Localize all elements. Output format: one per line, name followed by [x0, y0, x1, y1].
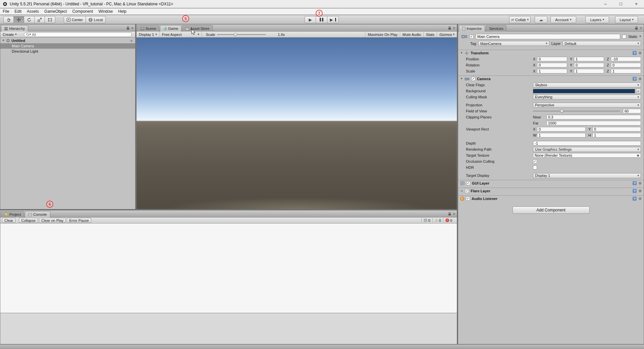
collapse-toggle[interactable]: Collapse — [19, 218, 38, 223]
help-icon[interactable]: ? — [633, 197, 637, 201]
position-y-field[interactable]: 1 — [574, 57, 604, 61]
static-dropdown-icon[interactable]: ▾ — [639, 35, 641, 38]
fov-field[interactable]: 60 — [623, 109, 641, 113]
scale-x-field[interactable]: 1 — [537, 69, 567, 73]
audio-listener-header[interactable]: ✓ Audio Listener ? ⚙ — [458, 195, 644, 202]
tab-scene[interactable]: Scene — [137, 25, 159, 32]
panel-menu-icon[interactable]: ≡ — [131, 26, 133, 30]
flare-layer-header[interactable]: ✳ ✓ Flare Layer ? ⚙ — [458, 188, 644, 194]
gui-layer-header[interactable]: ✓ GUI Layer ? ⚙ — [458, 180, 644, 186]
info-count-toggle[interactable]: i 0 — [421, 218, 432, 223]
tab-asset-store[interactable]: Asset Store — [182, 25, 213, 32]
camera-header[interactable]: ▼ ✓ Camera ? ⚙ — [458, 76, 644, 82]
menu-assets[interactable]: Assets — [24, 8, 42, 14]
add-component-button[interactable]: Add Component — [513, 206, 590, 214]
rendering-path-dropdown[interactable]: Use Graphics Settings ▾ — [533, 147, 641, 152]
tab-project[interactable]: Project — [1, 211, 24, 217]
depth-field[interactable]: -1 — [533, 141, 641, 146]
fov-slider-handle[interactable] — [560, 109, 564, 113]
flare-layer-checkbox[interactable]: ✓ — [465, 189, 469, 193]
clear-button[interactable]: Clear — [2, 218, 15, 223]
error-pause-toggle[interactable]: Error Pause — [67, 218, 91, 223]
scale-tool-button[interactable] — [35, 16, 45, 23]
help-icon[interactable]: ? — [633, 51, 637, 55]
static-checkbox[interactable] — [622, 35, 626, 39]
near-field[interactable]: 0.3 — [546, 115, 641, 119]
foldout-open-icon[interactable]: ▼ — [2, 39, 5, 42]
console-log-list[interactable] — [0, 223, 457, 313]
hierarchy-search-input[interactable]: ▾ All — [24, 32, 132, 37]
pause-button[interactable] — [316, 16, 327, 23]
tab-console[interactable]: Console — [25, 211, 50, 217]
scene-row[interactable]: ▼ Untitled ≡ — [0, 38, 135, 43]
hand-tool-button[interactable] — [3, 16, 14, 23]
menu-gameobject[interactable]: GameObject — [42, 8, 69, 14]
layout-button[interactable]: Layout ▾ — [615, 16, 638, 23]
scale-y-field[interactable]: 1 — [574, 69, 604, 73]
clear-on-play-toggle[interactable]: Clear on Play — [39, 218, 66, 223]
eyedropper-button[interactable] — [636, 89, 641, 94]
hierarchy-item-directional-light[interactable]: Directional Light — [0, 49, 135, 54]
far-field[interactable]: 1000 — [546, 121, 641, 126]
culling-mask-dropdown[interactable]: Everything ▾ — [533, 95, 641, 100]
occlusion-checkbox[interactable]: ✓ — [533, 159, 537, 163]
pivot-toggle-button[interactable]: Center — [64, 16, 86, 23]
object-enabled-checkbox[interactable]: ✓ — [470, 35, 474, 39]
lock-icon[interactable] — [126, 26, 129, 30]
transform-header[interactable]: ▼ Transform ? ⚙ — [458, 50, 644, 56]
step-button[interactable]: ▶ — [327, 16, 339, 23]
tab-services[interactable]: Services — [486, 25, 506, 32]
tab-hierarchy[interactable]: Hierarchy — [1, 25, 28, 32]
maximize-button[interactable]: □ — [613, 0, 629, 8]
rotation-y-field[interactable]: 0 — [574, 63, 604, 67]
hierarchy-item-main-camera[interactable]: Main Camera — [0, 43, 135, 49]
mute-audio-toggle[interactable]: Mute Audio — [400, 32, 423, 37]
layers-button[interactable]: Layers ▾ — [585, 16, 609, 23]
gear-icon[interactable]: ⚙ — [638, 51, 642, 55]
tab-inspector[interactable]: Inspector — [459, 25, 485, 32]
create-button[interactable]: Create ▾ — [0, 32, 19, 37]
position-x-field[interactable]: 0 — [537, 57, 567, 61]
gizmos-dropdown[interactable]: Gizmos ▾ — [437, 32, 457, 37]
gear-icon[interactable]: ⚙ — [638, 189, 642, 193]
display-dropdown[interactable]: Display 1 ▾ — [137, 32, 160, 37]
rotate-tool-button[interactable] — [24, 16, 35, 23]
scene-menu-icon[interactable]: ≡ — [130, 39, 132, 43]
foldout-open-icon[interactable]: ▼ — [460, 52, 463, 54]
help-icon[interactable]: ? — [633, 189, 637, 193]
gear-icon[interactable]: ⚙ — [638, 77, 642, 81]
menu-window[interactable]: Window — [96, 8, 115, 14]
game-view-render[interactable] — [137, 38, 457, 209]
maximize-on-play-toggle[interactable]: Maximize On Play — [365, 32, 400, 37]
gui-layer-checkbox[interactable]: ✓ — [466, 181, 470, 185]
tag-dropdown[interactable]: MainCamera ▾ — [478, 41, 549, 46]
menu-help[interactable]: Help — [115, 8, 129, 14]
scale-z-field[interactable]: 1 — [611, 69, 641, 73]
space-toggle-button[interactable]: Local — [86, 16, 106, 23]
hdr-checkbox[interactable] — [533, 165, 537, 169]
play-button[interactable]: ▶ — [305, 16, 316, 23]
panel-menu-icon[interactable]: ≡ — [453, 26, 455, 30]
panel-menu-icon[interactable]: ≡ — [453, 212, 455, 216]
foldout-open-icon[interactable]: ▼ — [460, 78, 463, 80]
warning-count-toggle[interactable]: ⚠ 0 — [432, 218, 443, 223]
collab-button[interactable]: ⇄ Collab ▾ — [509, 16, 531, 23]
game-zoom-slider-handle[interactable] — [234, 33, 237, 36]
stats-toggle[interactable]: Stats — [423, 32, 437, 37]
camera-enabled-checkbox[interactable]: ✓ — [471, 77, 475, 81]
lock-icon[interactable] — [448, 26, 451, 30]
target-texture-field[interactable]: None (Render Texture) ◉ — [533, 153, 641, 158]
rect-tool-button[interactable] — [45, 16, 55, 23]
viewport-y-field[interactable]: 0 — [592, 127, 641, 132]
minimize-button[interactable]: – — [598, 0, 613, 8]
fov-slider[interactable] — [533, 109, 620, 113]
rotation-z-field[interactable]: 0 — [611, 63, 641, 67]
tab-game[interactable]: Game — [160, 25, 181, 32]
position-z-field[interactable]: -10 — [611, 57, 641, 61]
game-zoom-slider[interactable] — [217, 33, 266, 37]
projection-dropdown[interactable]: Perspective ▾ — [533, 103, 641, 108]
error-count-toggle[interactable]: ! 0 — [443, 218, 454, 223]
close-button[interactable]: × — [629, 0, 644, 8]
object-picker-icon[interactable]: ◉ — [637, 154, 639, 157]
menu-edit[interactable]: Edit — [12, 8, 24, 14]
